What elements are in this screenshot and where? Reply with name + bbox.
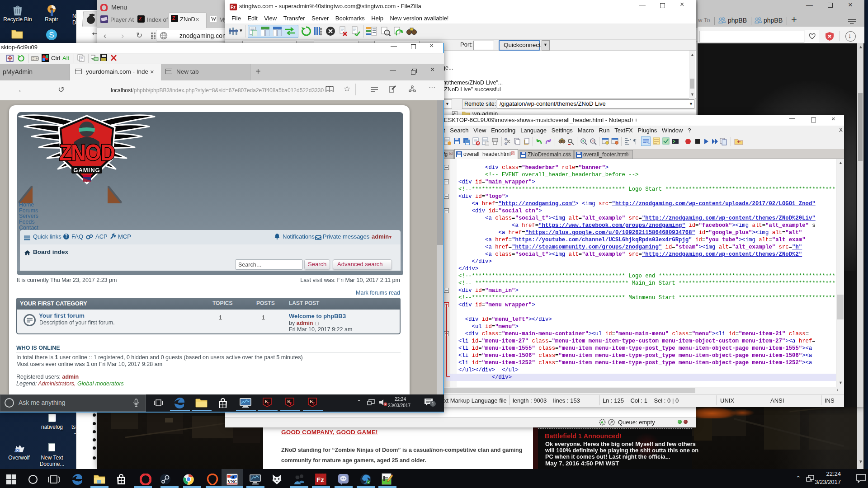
svg-text:Fz: Fz — [316, 476, 324, 483]
svg-text:S: S — [49, 31, 54, 39]
svg-text:VNC: VNC — [227, 479, 237, 484]
svg-text:GAMING: GAMING — [73, 167, 100, 174]
svg-text:F: F — [267, 401, 270, 406]
svg-text:Fz: Fz — [231, 5, 236, 10]
svg-text:ZNOD: ZNOD — [59, 140, 115, 165]
svg-text:F: F — [290, 401, 292, 406]
svg-text:A: A — [601, 420, 604, 425]
svg-text:F: F — [312, 401, 315, 406]
svg-text:¶: ¶ — [633, 138, 637, 145]
